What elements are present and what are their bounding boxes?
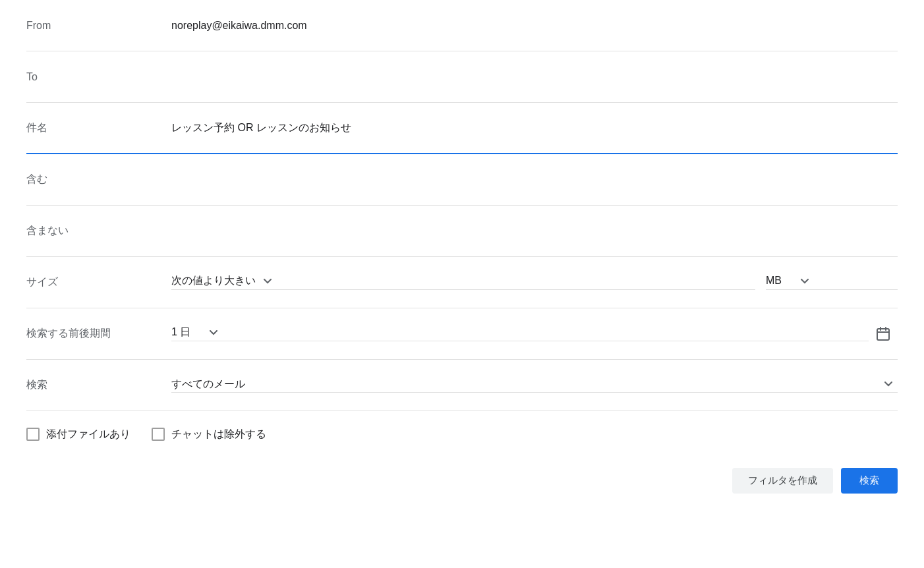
excludes-label: 含まない [26,224,171,238]
size-unit-select[interactable]: MB KB Bytes [766,275,811,286]
to-input[interactable] [171,69,898,86]
calendar-button[interactable] [869,320,898,349]
subject-input[interactable] [171,119,898,136]
from-input[interactable] [171,17,898,34]
to-row: To [26,51,898,103]
size-comparison-select-wrapper: 次の値より大きい 次の値より小さい [171,275,274,286]
attachment-checkbox-item[interactable]: 添付ファイルあり [26,428,130,441]
date-range-inner-wrapper: 1 日 3 日 1 週間 2 週間 1 ヶ月 2 ヶ月 6 ヶ月 1 年 [171,326,220,337]
calendar-icon [875,326,891,342]
to-label: To [26,71,171,83]
attachment-checkbox[interactable] [26,428,40,441]
svg-rect-0 [877,329,889,340]
date-range-select-wrapper: 1 日 3 日 1 週間 2 週間 1 ヶ月 2 ヶ月 6 ヶ月 1 年 [171,326,869,341]
search-in-select[interactable]: すべてのメール 受信トレイ 送信済み 下書き [171,378,898,389]
date-range-label: 検索する前後期間 [26,327,171,341]
from-row: From [26,0,898,51]
size-comparison-wrapper: 次の値より大きい 次の値より小さい [171,275,755,290]
excludes-input[interactable] [171,223,898,240]
date-range-select[interactable]: 1 日 3 日 1 週間 2 週間 1 ヶ月 2 ヶ月 6 ヶ月 1 年 [171,326,220,337]
exclude-chat-label: チャットは除外する [171,428,266,441]
subject-label: 件名 [26,121,171,135]
create-filter-button[interactable]: フィルタを作成 [732,468,833,494]
buttons-row: フィルタを作成 検索 [26,457,898,494]
size-selects: 次の値より大きい 次の値より小さい MB KB Bytes [171,275,898,290]
size-unit-wrapper: MB KB Bytes [766,275,898,290]
search-in-row: 検索 すべてのメール 受信トレイ 送信済み 下書き [26,360,898,411]
size-unit-select-wrapper: MB KB Bytes [766,275,811,286]
size-label: サイズ [26,275,171,289]
search-button[interactable]: 検索 [841,468,898,494]
exclude-chat-checkbox-item[interactable]: チャットは除外する [152,428,266,441]
search-in-select-wrapper: すべてのメール 受信トレイ 送信済み 下書き [171,378,898,389]
size-comparison-select[interactable]: 次の値より大きい 次の値より小さい [171,275,274,286]
search-in-field-wrapper: すべてのメール 受信トレイ 送信済み 下書き [171,378,898,393]
subject-row: 件名 [26,103,898,154]
excludes-row: 含まない [26,206,898,257]
from-label: From [26,20,171,32]
attachment-label: 添付ファイルあり [46,428,130,441]
exclude-chat-checkbox[interactable] [152,428,165,441]
checkbox-row: 添付ファイルあり チャットは除外する [26,411,898,457]
contains-input[interactable] [171,171,898,188]
size-row: サイズ 次の値より大きい 次の値より小さい [26,257,898,308]
date-range-content: 1 日 3 日 1 週間 2 週間 1 ヶ月 2 ヶ月 6 ヶ月 1 年 [171,320,898,349]
date-range-row: 検索する前後期間 1 日 3 日 1 週間 2 週間 1 ヶ月 2 ヶ月 6 ヶ… [26,308,898,360]
search-filter-dialog: From To 件名 含む 含まない サイズ 次の値より大きい 次の値より小さい [0,0,924,568]
contains-row: 含む [26,154,898,206]
contains-label: 含む [26,173,171,186]
search-in-label: 検索 [26,378,171,392]
